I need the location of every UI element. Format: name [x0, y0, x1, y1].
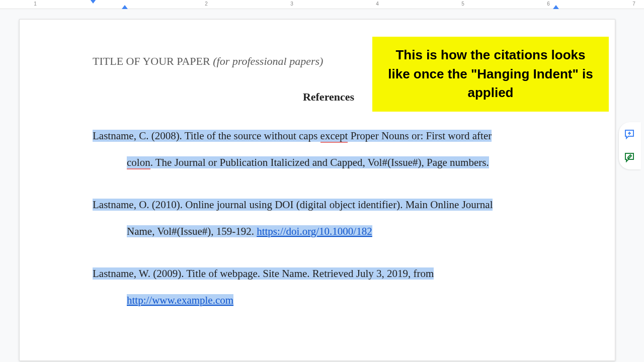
ruler-number: 1: [34, 1, 37, 7]
annotation-callout: This is how the citations looks like onc…: [372, 37, 609, 112]
citation-text: Name, Vol#(Issue#), 159-192.: [127, 225, 257, 237]
citation-item[interactable]: Lastname, C. (2008). Title of the source…: [93, 123, 565, 175]
left-indent-marker[interactable]: [122, 5, 128, 9]
citation-text: Lastname, W. (2009). Title of webpage. S…: [93, 267, 434, 280]
ruler-number: 7: [632, 1, 635, 7]
spell-error-word: except: [320, 130, 348, 143]
running-head-title: TITLE OF YOUR PAPER: [93, 55, 213, 67]
citations-block[interactable]: Lastname, C. (2008). Title of the source…: [93, 123, 565, 313]
suggest-edit-icon: [624, 151, 636, 163]
ruler-number: 2: [205, 1, 208, 7]
citation-text: Proper Nouns or: First word after: [348, 130, 492, 142]
first-line-indent-marker[interactable]: [90, 0, 96, 4]
running-head-note: (for professional papers): [213, 55, 323, 67]
right-indent-marker[interactable]: [553, 5, 559, 9]
add-comment-button[interactable]: [622, 126, 638, 142]
sidebar-actions: [619, 122, 641, 169]
add-comment-icon: [624, 128, 636, 140]
ruler-number: 4: [376, 1, 379, 7]
citation-text: Lastname, O. (2010). Online journal usin…: [93, 199, 493, 211]
workspace: TITLE OF YOUR PAPER (for professional pa…: [0, 9, 644, 362]
citation-item[interactable]: Lastname, W. (2009). Title of webpage. S…: [93, 260, 565, 313]
horizontal-ruler[interactable]: 1 2 3 4 5 6 7: [0, 0, 644, 9]
citation-link[interactable]: http://www.example.com: [127, 294, 233, 306]
ruler-number: 5: [461, 1, 464, 7]
ruler-number: 3: [290, 1, 293, 7]
spell-error-word: colon: [127, 156, 150, 169]
callout-text: This is how the citations looks like onc…: [388, 47, 593, 100]
citation-text: . The Journal or Publication Italicized …: [150, 156, 489, 168]
citation-item[interactable]: Lastname, O. (2010). Online journal usin…: [93, 192, 565, 244]
ruler-number: 6: [547, 1, 550, 7]
citation-link[interactable]: https://doi.org/10.1000/182: [257, 225, 372, 237]
citation-text: Lastname, C. (2008). Title of the source…: [93, 130, 320, 142]
suggesting-mode-button[interactable]: [622, 149, 638, 165]
